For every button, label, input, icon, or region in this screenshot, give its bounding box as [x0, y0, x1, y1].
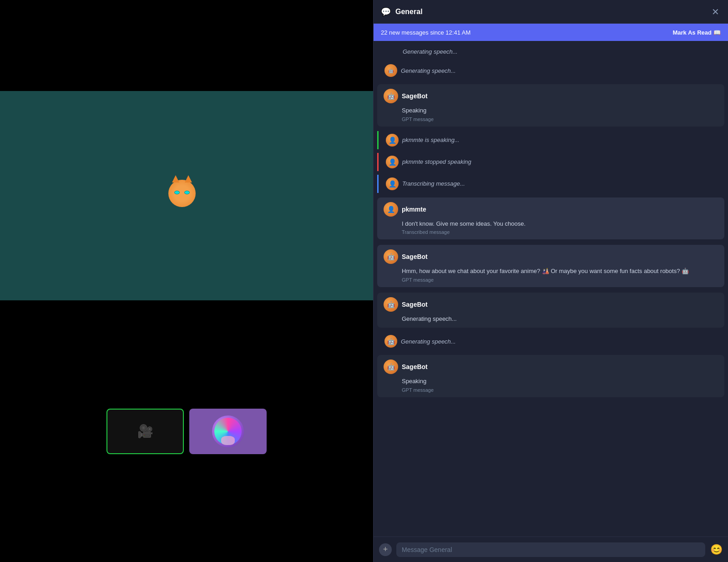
bottom-black-area2 — [0, 459, 373, 562]
message-content: Speaking — [384, 106, 718, 115]
character-ear-right — [185, 175, 192, 182]
sender-row: 🤖 SageBot — [384, 89, 718, 103]
mark-as-read-icon: 📖 — [713, 29, 721, 36]
thumbnail-2[interactable] — [189, 409, 267, 454]
avatar: 🤖 — [384, 297, 398, 312]
top-black-area — [0, 0, 373, 91]
character-eye-left — [174, 191, 180, 194]
thumbnails-row: 🎥 — [0, 404, 373, 459]
video-camera-icon: 🎥 — [137, 424, 153, 439]
message-tag: GPT message — [384, 387, 718, 393]
list-item: 👤 pkmmte I don't know. Give me some idea… — [377, 197, 724, 240]
avatar: 👤 — [386, 134, 399, 147]
mask-overlay — [221, 436, 235, 445]
mark-as-read-button[interactable]: Mark As Read 📖 — [673, 29, 721, 36]
sender-row: 👤 pkmmte — [384, 202, 718, 217]
chat-panel: 💬 General ✕ 22 new messages since 12:41 … — [373, 0, 728, 562]
sender-name: SageBot — [402, 301, 428, 308]
list-item: Generating speech... — [377, 46, 724, 58]
character-ear-left — [172, 175, 179, 182]
message-content: Speaking — [384, 377, 718, 386]
character-eye-right — [184, 191, 190, 194]
chat-input-area: + 😊 — [374, 537, 728, 562]
status-text: Generating speech... — [401, 67, 456, 74]
avatar: 👤 — [386, 156, 399, 168]
avatar: 👤 — [384, 202, 398, 217]
list-item: 🤖 SageBot Generating speech... — [377, 293, 724, 328]
avatar: 🤖 — [384, 335, 397, 348]
message-content: I don't know. Give me some ideas. You ch… — [384, 219, 718, 228]
avatar: 🤖 — [384, 249, 398, 264]
list-item: 👤 pkmmte is speaking... — [377, 131, 724, 149]
avatar: 🤖 — [384, 359, 398, 374]
status-text: Generating speech... — [401, 338, 456, 345]
character-eyes — [174, 191, 190, 194]
add-button[interactable]: + — [379, 543, 392, 556]
message-tag: GPT message — [384, 116, 718, 122]
avatar: 🤖 — [384, 89, 398, 103]
main-video-area — [0, 91, 373, 300]
list-item: 🤖 SageBot Speaking GPT message — [377, 84, 724, 127]
status-text: Transcribing message... — [402, 180, 465, 187]
chat-title: General — [395, 8, 705, 16]
character-hair — [166, 176, 198, 192]
list-item: 🤖 Generating speech... — [377, 332, 724, 350]
user-avatar-thumb — [212, 415, 244, 447]
avatar: 👤 — [386, 177, 399, 190]
sender-name: SageBot — [402, 253, 428, 260]
list-item: 🤖 SageBot Hmm, how about we chat about y… — [377, 245, 724, 287]
chat-header: 💬 General ✕ — [374, 0, 728, 24]
message-content: Hmm, how about we chat about your favori… — [384, 267, 718, 276]
list-item: 🤖 Generating speech... — [377, 61, 724, 80]
character-head — [168, 180, 196, 207]
list-item: 👤 pkmmte stopped speaking — [377, 153, 724, 171]
status-text: pkmmte stopped speaking — [402, 158, 471, 165]
sender-row: 🤖 SageBot — [384, 297, 718, 312]
message-tag: GPT message — [384, 277, 718, 283]
close-button[interactable]: ✕ — [710, 6, 721, 17]
avatar: 🤖 — [384, 64, 397, 77]
video-panel: 🎥 — [0, 0, 373, 562]
list-item: 🤖 SageBot Speaking GPT message — [377, 355, 724, 397]
sender-row: 🤖 SageBot — [384, 359, 718, 374]
chat-channel-icon: 💬 — [381, 7, 391, 17]
thumbnail-1[interactable]: 🎥 — [106, 409, 184, 454]
character-avatar — [168, 180, 200, 212]
new-messages-banner: 22 new messages since 12:41 AM Mark As R… — [374, 24, 728, 41]
message-input[interactable] — [396, 542, 705, 557]
sender-name: pkmmte — [402, 206, 426, 213]
bottom-black-area — [0, 300, 373, 404]
list-item: 👤 Transcribing message... — [377, 175, 724, 193]
mark-as-read-label: Mark As Read — [673, 29, 712, 36]
sender-name: SageBot — [402, 92, 428, 100]
sender-row: 🤖 SageBot — [384, 249, 718, 264]
emoji-button[interactable]: 😊 — [710, 543, 723, 556]
message-content: Generating speech... — [384, 314, 718, 324]
messages-list: Generating speech... 🤖 Generating speech… — [374, 41, 728, 537]
status-text: Generating speech... — [403, 48, 458, 55]
sender-name: SageBot — [402, 363, 428, 370]
banner-text: 22 new messages since 12:41 AM — [381, 29, 470, 36]
status-text: pkmmte is speaking... — [402, 137, 460, 143]
message-tag: Transcribed message — [384, 229, 718, 235]
